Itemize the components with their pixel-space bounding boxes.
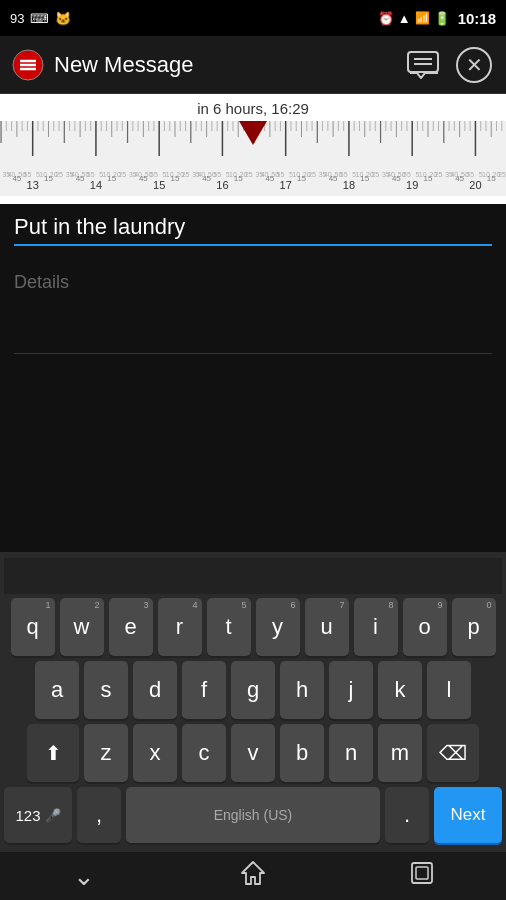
message-form	[0, 204, 506, 358]
signal-icon: 📶	[415, 11, 430, 25]
key-number: 8	[388, 600, 393, 610]
key-space[interactable]: English (US)	[126, 787, 380, 843]
status-signal-number: 93	[10, 11, 24, 26]
key-letter: x	[150, 742, 161, 764]
messages-button[interactable]	[402, 43, 446, 87]
key-123[interactable]: 123 🎤	[4, 787, 72, 843]
key-p[interactable]: 0p	[452, 598, 496, 656]
key-number: 3	[143, 600, 148, 610]
svg-text:17: 17	[280, 179, 292, 191]
close-icon[interactable]: ✕	[456, 47, 492, 83]
key-letter: z	[101, 742, 112, 764]
key-comma[interactable]: ,	[77, 787, 121, 843]
key-r[interactable]: 4r	[158, 598, 202, 656]
key-k[interactable]: k	[378, 661, 422, 719]
key-backspace[interactable]: ⌫	[427, 724, 479, 782]
key-letter: e	[124, 616, 136, 638]
wifi-icon: ▲	[398, 11, 411, 26]
message-app-icon	[10, 47, 46, 83]
recents-icon	[409, 860, 435, 892]
key-j[interactable]: j	[329, 661, 373, 719]
key-period[interactable]: .	[385, 787, 429, 843]
svg-text:55: 55	[24, 171, 32, 178]
key-u[interactable]: 7u	[305, 598, 349, 656]
svg-text:55: 55	[403, 171, 411, 178]
key-x[interactable]: x	[133, 724, 177, 782]
key-b[interactable]: b	[280, 724, 324, 782]
key-s[interactable]: s	[84, 661, 128, 719]
key-number: 2	[94, 600, 99, 610]
key-t[interactable]: 5t	[207, 598, 251, 656]
period-label: .	[404, 802, 410, 828]
key-w[interactable]: 2w	[60, 598, 104, 656]
status-bar: 93 ⌨ 🐱 ⏰ ▲ 📶 🔋 10:18	[0, 0, 506, 36]
key-letter: q	[26, 616, 38, 638]
key-number: 4	[192, 600, 197, 610]
status-right: ⏰ ▲ 📶 🔋 10:18	[378, 10, 496, 27]
key-d[interactable]: d	[133, 661, 177, 719]
time-pointer	[239, 121, 267, 145]
key-l[interactable]: l	[427, 661, 471, 719]
svg-text:14: 14	[90, 179, 102, 191]
key-letter: i	[373, 616, 378, 638]
key-letter: g	[247, 679, 259, 701]
key-y[interactable]: 6y	[256, 598, 300, 656]
message-title-input[interactable]	[14, 214, 492, 246]
svg-text:55: 55	[87, 171, 95, 178]
status-left: 93 ⌨ 🐱	[10, 11, 71, 26]
key-i[interactable]: 8i	[354, 598, 398, 656]
message-details-input[interactable]	[14, 258, 492, 354]
home-button[interactable]	[223, 852, 283, 900]
keyboard-row-1: 1q2w3e4r5t6y7u8i9o0p	[4, 598, 502, 656]
keyboard-row-2: asdfghjkl	[4, 661, 502, 719]
key-letter: w	[74, 616, 90, 638]
svg-text:55: 55	[150, 171, 158, 178]
svg-rect-193	[412, 863, 432, 883]
key-e[interactable]: 3e	[109, 598, 153, 656]
clock: 10:18	[458, 10, 496, 27]
time-ruler-area[interactable]: in 6 hours, 16:29 3540455055135101520253…	[0, 94, 506, 204]
key-o[interactable]: 9o	[403, 598, 447, 656]
key-a[interactable]: a	[35, 661, 79, 719]
alarm-icon: ⏰	[378, 11, 394, 26]
back-button[interactable]: ⌄	[54, 852, 114, 900]
key-letter: d	[149, 679, 161, 701]
key-letter: p	[467, 616, 479, 638]
key-letter: m	[391, 742, 409, 764]
key-number: 5	[241, 600, 246, 610]
key-z[interactable]: z	[84, 724, 128, 782]
battery-icon: 🔋	[434, 11, 450, 26]
key-letter: h	[296, 679, 308, 701]
svg-text:18: 18	[343, 179, 355, 191]
keyboard-top-bar	[4, 558, 502, 594]
back-icon: ⌄	[73, 861, 95, 892]
svg-text:55: 55	[466, 171, 474, 178]
svg-text:15: 15	[153, 179, 165, 191]
key-q[interactable]: 1q	[11, 598, 55, 656]
key-number: 7	[339, 600, 344, 610]
key-m[interactable]: m	[378, 724, 422, 782]
key-letter: u	[320, 616, 332, 638]
svg-text:55: 55	[213, 171, 221, 178]
key-g[interactable]: g	[231, 661, 275, 719]
key-letter: f	[201, 679, 207, 701]
key-number: 1	[45, 600, 50, 610]
key-letter: s	[101, 679, 112, 701]
close-button[interactable]: ✕	[452, 43, 496, 87]
key-n[interactable]: n	[329, 724, 373, 782]
recents-button[interactable]	[392, 852, 452, 900]
key-number: 6	[290, 600, 295, 610]
svg-text:55: 55	[277, 171, 285, 178]
key-letter: c	[199, 742, 210, 764]
key-f[interactable]: f	[182, 661, 226, 719]
ruler-container[interactable]: 3540455055135101520253540455055145101520…	[0, 121, 506, 196]
svg-text:20: 20	[469, 179, 481, 191]
svg-text:25: 25	[371, 171, 379, 178]
svg-marker-192	[242, 862, 264, 884]
next-button[interactable]: Next	[434, 787, 502, 843]
key-letter: n	[345, 742, 357, 764]
key-c[interactable]: c	[182, 724, 226, 782]
key-v[interactable]: v	[231, 724, 275, 782]
key-shift[interactable]: ⬆	[27, 724, 79, 782]
key-h[interactable]: h	[280, 661, 324, 719]
